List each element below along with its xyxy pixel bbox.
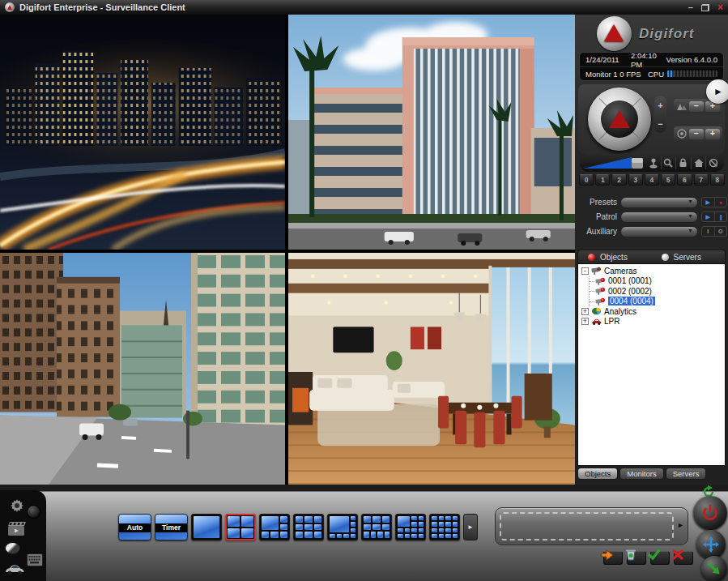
preset-button-1[interactable]: 1	[595, 174, 610, 186]
layout-button-6[interactable]	[259, 514, 290, 540]
iris-minus-button[interactable]: −	[689, 129, 704, 139]
layout-button-10[interactable]	[361, 514, 392, 540]
delete-button[interactable]	[627, 551, 646, 565]
panel-tab-objects[interactable]: Objects	[577, 468, 618, 480]
green-check-icon	[648, 548, 661, 561]
ptz-joystick-knob[interactable]	[601, 100, 638, 138]
tree-item-camera-0002[interactable]: 0002 (0002)	[592, 286, 725, 297]
panel-tab-servers[interactable]: Servers	[666, 468, 707, 480]
zoom-tool-button[interactable]	[661, 156, 676, 169]
speed-slider[interactable]	[583, 156, 646, 169]
patrol-pause-button[interactable]: ||	[714, 212, 727, 221]
video-cell-street[interactable]	[0, 253, 285, 485]
snapshot-icon[interactable]	[5, 542, 20, 554]
layout-button-1[interactable]	[191, 514, 222, 540]
cameras-label: Cameras	[604, 267, 637, 276]
layout-button-13[interactable]	[395, 514, 426, 540]
status-orb-icon[interactable]	[27, 505, 40, 519]
ptz-speed-row	[580, 154, 724, 172]
lpr-tool-icon[interactable]	[4, 563, 25, 576]
analytics-expander[interactable]: +	[581, 308, 589, 315]
more-layouts-button[interactable]: ►	[463, 514, 478, 540]
sequence-drop-zone[interactable]: ►	[495, 507, 688, 545]
ptz-pointer-button[interactable]	[705, 156, 721, 169]
cameras-expander[interactable]: -	[581, 267, 589, 275]
camera-feed-building	[288, 15, 575, 250]
video-cell-interior[interactable]	[288, 253, 575, 485]
close-button[interactable]: ×	[717, 3, 723, 11]
preset-button-7[interactable]: 7	[694, 174, 709, 186]
pointer-icon	[709, 158, 718, 168]
preset-play-button[interactable]: ▶	[702, 198, 714, 207]
patrol-dropdown[interactable]	[620, 211, 698, 223]
virtual-keyboard-icon[interactable]	[27, 553, 43, 566]
panel-tab-monitors[interactable]: Monitors	[619, 468, 663, 480]
restore-button[interactable]	[701, 4, 709, 11]
object-tree[interactable]: - Cameras 0001 (0001)	[577, 263, 726, 466]
digifort-logo-icon	[597, 16, 632, 51]
zoom-lens-icon	[676, 101, 688, 111]
preset-button-0[interactable]: 0	[579, 174, 594, 186]
title-bar[interactable]: Digifort Enterprise - Surveillance Clien…	[0, 0, 728, 15]
tree-item-camera-0001[interactable]: 0001 (0001)	[592, 276, 725, 287]
ptz-home-button[interactable]	[691, 156, 706, 169]
panel-collapse-button[interactable]: ►	[706, 79, 728, 104]
presets-label: Presets	[578, 198, 617, 207]
preset-button-3[interactable]: 3	[628, 174, 643, 186]
presets-dropdown[interactable]	[620, 197, 698, 208]
export-button[interactable]	[701, 556, 727, 581]
settings-gear-icon[interactable]	[8, 497, 26, 515]
video-cell-night-highway[interactable]	[0, 15, 285, 250]
power-button[interactable]	[693, 496, 727, 530]
presets-row: Presets ▶ ●	[578, 196, 727, 208]
joystick-mode-button[interactable]	[646, 156, 661, 169]
layout-button-9[interactable]	[293, 514, 324, 540]
camera-feed-interior	[288, 253, 575, 485]
media-player-icon[interactable]	[7, 521, 27, 537]
tilt-minus-button[interactable]: −	[658, 119, 662, 129]
tab-objects[interactable]: Objects	[578, 250, 652, 263]
cancel-button[interactable]	[674, 551, 693, 565]
minimize-button[interactable]: –	[688, 3, 693, 11]
aux-on-button[interactable]: I	[702, 227, 714, 236]
status-box: 1/24/2011 2:04:10 PM Version 6.4.0.0 Mon…	[579, 52, 724, 81]
lpr-car-icon	[591, 318, 602, 326]
auxiliary-dropdown[interactable]	[620, 226, 698, 237]
camera-0004-label-selected: 0004 (0004)	[608, 297, 655, 305]
layout-button-4-selected[interactable]	[225, 514, 256, 540]
camera-icon	[595, 287, 606, 295]
tree-node-analytics[interactable]: + Analytics	[581, 306, 725, 317]
drop-zone-arrow[interactable]: ►	[677, 521, 684, 529]
move-to-button[interactable]	[603, 551, 623, 565]
patrol-play-button[interactable]: ▶	[702, 212, 714, 221]
layout-timer-button[interactable]: Timer	[155, 514, 188, 540]
layout-button-16[interactable]	[429, 514, 460, 540]
move-mode-button[interactable]	[696, 530, 726, 559]
ptz-tilt-buttons[interactable]: + −	[654, 96, 666, 133]
tilt-plus-button[interactable]: +	[658, 100, 662, 110]
tree-node-cameras[interactable]: - Cameras	[581, 266, 725, 276]
orange-arrow-icon	[601, 548, 614, 561]
apply-button[interactable]	[650, 551, 670, 565]
aux-off-button[interactable]: O	[714, 227, 727, 236]
window-title: Digifort Enterprise - Surveillance Clien…	[19, 2, 185, 12]
video-cell-building[interactable]	[288, 15, 575, 250]
power-icon	[701, 504, 719, 522]
preset-button-6[interactable]: 6	[677, 174, 692, 186]
preset-button-2[interactable]: 2	[611, 174, 626, 186]
tree-item-camera-0004[interactable]: 0004 (0004)	[592, 297, 725, 307]
tab-servers[interactable]: Servers	[652, 250, 726, 263]
preset-button-5[interactable]: 5	[661, 174, 675, 186]
preset-button-4[interactable]: 4	[645, 174, 659, 186]
preset-button-8[interactable]: 8	[710, 174, 725, 186]
tree-node-lpr[interactable]: + LPR	[581, 317, 725, 327]
layout-button-8[interactable]	[327, 514, 358, 540]
ptz-lock-button[interactable]	[675, 156, 691, 169]
preset-record-button[interactable]: ●	[714, 198, 727, 207]
ptz-joystick[interactable]	[588, 88, 651, 151]
iris-plus-button[interactable]: +	[705, 129, 720, 139]
zoom-minus-button[interactable]: −	[689, 101, 704, 112]
layout-auto-button[interactable]: Auto	[118, 514, 151, 540]
status-fps: 0 FPS	[619, 70, 648, 79]
lpr-expander[interactable]: +	[581, 318, 589, 325]
